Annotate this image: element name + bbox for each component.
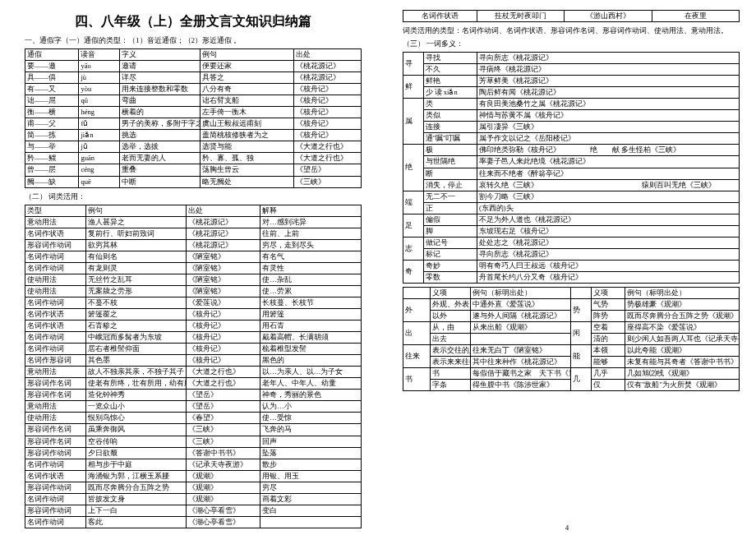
hdr: 义项 [430, 287, 470, 298]
hdr: 例句（标明出处） [470, 287, 571, 298]
table-tongjia: 通假 读音 字义 例句 出处 要——邀yāo邀请便要还家《桃花源记》 具——俱j… [25, 48, 362, 188]
section2-heading: （二） 词类活用： [25, 191, 362, 202]
top-continuation-row: 名词作状语 拄杖无时夜叩门 《游山西村》 在夜里 [403, 10, 740, 22]
hdr: 例句 [200, 49, 294, 61]
hdr: 读音 [79, 49, 119, 61]
hdr: 义项 [592, 287, 625, 298]
cilei-types-note: 词类活用的类型：名词作动词、名词作状语、形容词作名词、形容词作动词、使动用法、意… [403, 25, 740, 36]
table-yici-duoyi-2: 义项 例句（标明出处） 义项 例句（标明出处） 外外观、外表中通外直《爱莲说》势… [403, 287, 740, 391]
hdr: 出处 [187, 205, 260, 216]
table-yici-duoyi: 寻寻找寻向所志《桃花源记》 不久寻病终《桃花源记》 鲜鲜艳芳草鲜美《桃花源记》 … [403, 52, 740, 284]
hdr: 出处 [294, 49, 362, 61]
section1-heading: 一、通假字（一）通假的类型：（1）音近通假；（2）形近通假 。 [25, 35, 362, 46]
table-cilei: 类型 例句 出处 解释 意动用法渔人甚异之《桃花源记》对…感到诧异 名词作状语复… [25, 205, 362, 528]
hdr: 解释 [260, 205, 362, 216]
hdr: 通假 [25, 49, 79, 61]
hdr: 例句（标明出处） [625, 287, 739, 298]
page-title: 四、八年级（上）全册文言文知识归纳篇 [25, 13, 362, 30]
section3-heading: （三） 一词多义： [403, 39, 740, 49]
hdr: 字义 [119, 49, 200, 61]
page-number: 4 [378, 523, 756, 532]
hdr: 类型 [25, 205, 86, 216]
hdr: 例句 [85, 205, 187, 216]
